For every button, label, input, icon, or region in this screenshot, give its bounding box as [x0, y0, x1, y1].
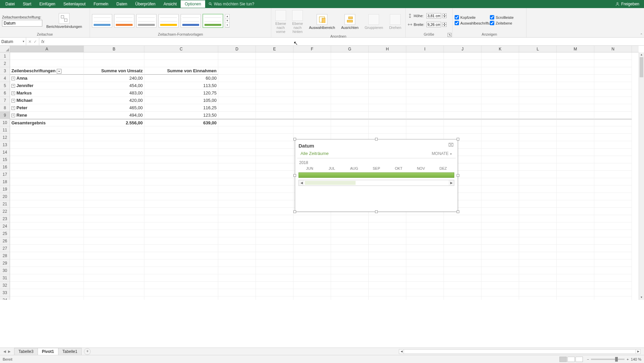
cell[interactable] — [444, 104, 481, 112]
row-header[interactable]: 21 — [0, 200, 10, 208]
cell[interactable] — [444, 52, 481, 60]
cell[interactable] — [218, 163, 256, 171]
cell[interactable] — [594, 163, 632, 171]
cell[interactable] — [218, 267, 256, 274]
cell[interactable] — [406, 67, 444, 75]
resize-handle[interactable] — [457, 138, 459, 140]
cell[interactable] — [557, 282, 594, 289]
cancel-formula-icon[interactable]: ✕ — [28, 39, 32, 44]
cell[interactable] — [594, 149, 632, 156]
height-input[interactable] — [426, 13, 441, 18]
cell[interactable]: 123,50 — [144, 112, 218, 119]
view-page-break-button[interactable] — [576, 357, 583, 362]
cell[interactable] — [594, 215, 632, 223]
cell[interactable] — [481, 230, 519, 237]
cell[interactable] — [256, 208, 293, 215]
cell[interactable] — [10, 259, 84, 267]
zoom-slider-thumb[interactable] — [615, 357, 618, 362]
timeline-caption-input[interactable] — [2, 20, 42, 27]
slicer-range-bar[interactable] — [298, 172, 454, 178]
cell[interactable] — [331, 296, 369, 300]
cell[interactable] — [293, 97, 331, 104]
cell[interactable] — [293, 296, 331, 300]
sel-label-checkbox[interactable] — [455, 21, 459, 25]
cell[interactable] — [256, 215, 293, 223]
accept-formula-icon[interactable]: ✓ — [34, 39, 37, 44]
cell[interactable] — [481, 289, 519, 296]
cell[interactable]: 113,50 — [144, 82, 218, 89]
cell[interactable]: Summe von Einnahmen — [144, 67, 218, 75]
cell[interactable] — [293, 223, 331, 230]
expand-button[interactable]: + — [11, 91, 15, 95]
cell[interactable] — [256, 267, 293, 274]
view-page-layout-button[interactable] — [567, 357, 575, 362]
cell[interactable] — [256, 252, 293, 259]
cell[interactable] — [594, 200, 632, 208]
cell[interactable] — [218, 274, 256, 282]
cell[interactable] — [293, 119, 331, 126]
filter-button[interactable] — [57, 69, 61, 74]
cell[interactable] — [406, 60, 444, 67]
slicer-time-level[interactable]: MONATE▼ — [432, 151, 452, 156]
cell[interactable] — [519, 163, 557, 171]
cell[interactable] — [218, 200, 256, 208]
cell[interactable] — [557, 267, 594, 274]
cell[interactable] — [444, 119, 481, 126]
column-header[interactable]: E — [256, 46, 293, 52]
cell[interactable] — [519, 134, 557, 141]
cell[interactable] — [218, 75, 256, 82]
cell[interactable] — [444, 67, 481, 75]
cell[interactable] — [256, 112, 293, 119]
cell[interactable] — [256, 52, 293, 60]
timeline-style-4[interactable] — [158, 14, 179, 28]
zoom-level[interactable]: 140 % — [631, 357, 641, 361]
cell[interactable] — [406, 223, 444, 230]
cell[interactable] — [331, 230, 369, 237]
column-headers[interactable]: ABCDEFGHIJKLMN — [10, 46, 639, 52]
resize-handle[interactable] — [457, 174, 459, 177]
cell[interactable] — [406, 274, 444, 282]
cell[interactable] — [594, 112, 632, 119]
cell[interactable] — [144, 60, 218, 67]
cell[interactable] — [84, 208, 144, 215]
cell[interactable] — [481, 267, 519, 274]
cell[interactable] — [369, 289, 406, 296]
cell[interactable] — [557, 178, 594, 186]
cell[interactable] — [256, 156, 293, 163]
cell[interactable] — [406, 267, 444, 274]
row-header[interactable]: 18 — [0, 178, 10, 186]
cell[interactable] — [218, 67, 256, 75]
cell[interactable] — [293, 67, 331, 75]
tab-file[interactable]: Datei — [1, 0, 19, 8]
cell[interactable] — [444, 126, 481, 134]
scroll-left-icon[interactable]: ◀ — [399, 350, 404, 354]
tab-options[interactable]: Optionen — [181, 0, 205, 8]
cell[interactable] — [84, 274, 144, 282]
cell[interactable] — [444, 97, 481, 104]
cell[interactable] — [557, 296, 594, 300]
cell[interactable] — [369, 252, 406, 259]
cell[interactable] — [557, 149, 594, 156]
cell[interactable]: +Michael — [10, 97, 84, 104]
cell[interactable] — [557, 126, 594, 134]
size-dialog-launcher[interactable]: ⬊ — [448, 33, 452, 37]
cell[interactable] — [84, 289, 144, 296]
column-header[interactable]: L — [519, 46, 557, 52]
row-header[interactable]: 30 — [0, 267, 10, 274]
cell[interactable] — [594, 237, 632, 245]
cell[interactable] — [218, 237, 256, 245]
cell[interactable] — [331, 245, 369, 252]
cell[interactable] — [369, 126, 406, 134]
row-header[interactable]: 2 — [0, 60, 10, 67]
cell[interactable] — [144, 289, 218, 296]
cell[interactable]: 483,00 — [84, 89, 144, 97]
cell[interactable] — [256, 134, 293, 141]
column-header[interactable]: F — [293, 46, 331, 52]
cell[interactable] — [256, 237, 293, 245]
cell[interactable] — [218, 104, 256, 112]
row-header[interactable]: 9 — [0, 112, 10, 119]
cell[interactable] — [444, 230, 481, 237]
cell[interactable] — [406, 82, 444, 89]
cell[interactable] — [406, 104, 444, 112]
cell[interactable] — [293, 75, 331, 82]
